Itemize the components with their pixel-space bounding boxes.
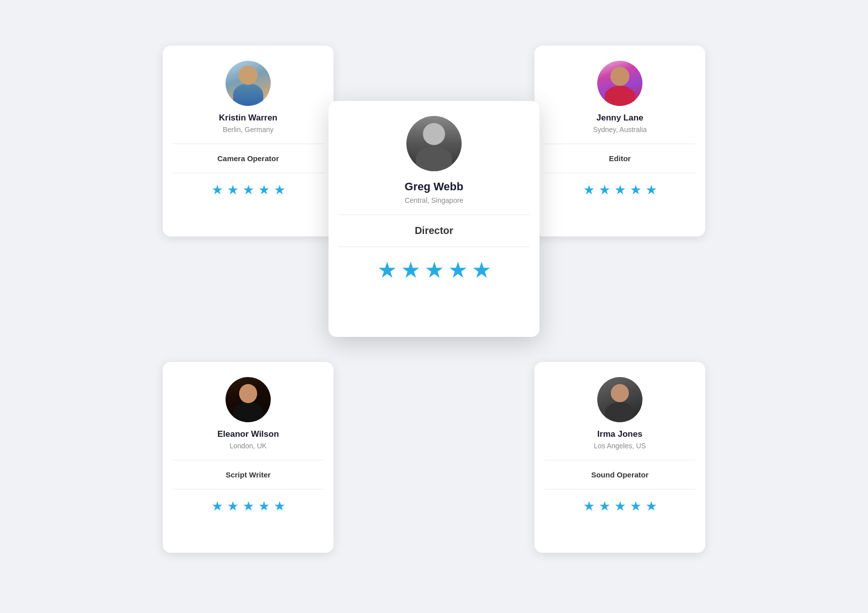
location-greg: Central, Singapore — [405, 196, 464, 204]
star-4: ★ — [448, 259, 468, 281]
card-eleanor[interactable]: Eleanor Wilson London, UK Script Writer … — [163, 362, 334, 553]
star-2: ★ — [227, 183, 239, 196]
star-1: ★ — [377, 259, 397, 281]
star-1: ★ — [583, 500, 595, 513]
star-5: ★ — [472, 259, 491, 281]
star-1: ★ — [583, 183, 595, 196]
star-3: ★ — [614, 500, 626, 513]
name-eleanor: Eleanor Wilson — [218, 429, 279, 439]
role-eleanor: Script Writer — [226, 470, 271, 479]
star-1: ★ — [211, 183, 223, 196]
name-greg: Greg Webb — [405, 180, 464, 193]
star-5: ★ — [645, 500, 657, 513]
avatar-greg — [406, 116, 462, 171]
divider — [545, 460, 695, 460]
stars-jenny: ★ ★ ★ ★ ★ — [583, 183, 657, 196]
role-kristin: Camera Operator — [218, 154, 279, 163]
divider — [545, 489, 695, 489]
star-4: ★ — [630, 183, 641, 196]
divider2 — [339, 247, 529, 247]
avatar-irma — [597, 377, 642, 422]
avatar-kristin — [226, 61, 271, 106]
star-3: ★ — [424, 259, 444, 281]
star-3: ★ — [243, 500, 254, 513]
divider — [173, 489, 323, 489]
divider — [339, 214, 529, 215]
role-jenny: Editor — [609, 154, 630, 163]
star-5: ★ — [274, 183, 285, 196]
card-greg[interactable]: Greg Webb Central, Singapore Director ★ … — [329, 101, 539, 337]
avatar-eleanor — [226, 377, 271, 422]
star-2: ★ — [599, 500, 610, 513]
stars-greg: ★ ★ ★ ★ ★ — [377, 259, 491, 281]
stars-kristin: ★ ★ ★ ★ ★ — [211, 183, 285, 196]
divider — [173, 173, 323, 173]
divider — [545, 144, 695, 144]
location-irma: Los Angeles, US — [594, 442, 646, 450]
star-2: ★ — [599, 183, 610, 196]
star-5: ★ — [645, 183, 657, 196]
star-2: ★ — [227, 500, 239, 513]
card-jenny[interactable]: Jenny Lane Sydney, Australia Editor ★ ★ … — [534, 46, 705, 236]
location-eleanor: London, UK — [230, 442, 267, 450]
stars-eleanor: ★ ★ ★ ★ ★ — [211, 500, 285, 513]
star-4: ★ — [258, 183, 270, 196]
role-greg: Director — [415, 225, 454, 236]
star-4: ★ — [258, 500, 270, 513]
name-jenny: Jenny Lane — [596, 113, 643, 123]
star-2: ★ — [401, 259, 420, 281]
star-1: ★ — [211, 500, 223, 513]
name-irma: Irma Jones — [597, 429, 642, 439]
star-5: ★ — [274, 500, 285, 513]
divider — [545, 173, 695, 173]
star-3: ★ — [243, 183, 254, 196]
role-irma: Sound Operator — [591, 470, 648, 479]
star-4: ★ — [630, 500, 641, 513]
divider — [173, 144, 323, 144]
stars-irma: ★ ★ ★ ★ ★ — [583, 500, 657, 513]
card-kristin[interactable]: Kristin Warren Berlin, Germany Camera Op… — [163, 46, 334, 236]
avatar-jenny — [597, 61, 642, 106]
star-3: ★ — [614, 183, 626, 196]
location-kristin: Berlin, Germany — [223, 126, 273, 134]
card-irma[interactable]: Irma Jones Los Angeles, US Sound Operato… — [534, 362, 705, 553]
name-kristin: Kristin Warren — [219, 113, 278, 123]
divider — [173, 460, 323, 460]
location-jenny: Sydney, Australia — [593, 126, 646, 134]
